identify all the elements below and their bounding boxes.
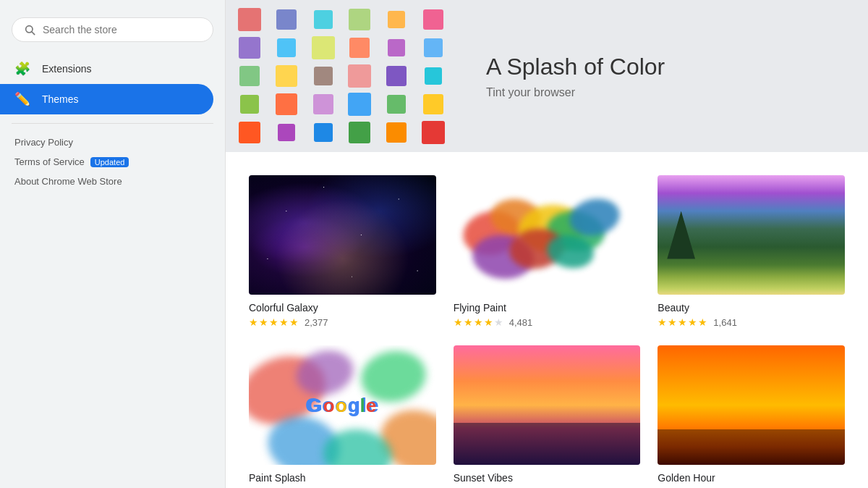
star-full: ★ [484,316,493,328]
color-tile [277,38,296,57]
color-tile [422,121,445,144]
review-count: 2,377 [305,317,328,328]
color-tile [314,123,333,142]
color-tile [240,95,259,114]
review-count: 1,641 [713,317,737,328]
theme-image: Google [249,345,436,465]
star-half: ★ [289,316,299,328]
star-full: ★ [454,316,463,328]
search-input[interactable] [43,24,201,35]
star-empty: ★ [494,316,503,328]
color-tile [276,65,297,87]
color-tile [312,36,335,59]
theme-name: Colorful Galaxy [249,302,436,314]
star-half: ★ [698,316,707,328]
sidebar-item-extensions[interactable]: 🧩 Extensions [0,54,213,84]
color-tile [423,94,443,114]
stars: ★★★★★ [658,316,707,328]
color-tile [423,9,443,30]
theme-image [454,345,641,465]
hero-text: A Splash of Color Tint your browser [457,39,868,114]
hero-banner: A Splash of Color Tint your browser [226,0,868,152]
color-tile [349,38,370,58]
privacy-policy-link[interactable]: Privacy Policy [0,132,225,152]
brush-icon: ✏️ [14,91,30,107]
terms-of-service-link[interactable]: Terms of Service Updated [0,152,225,172]
theme-image [454,175,641,295]
star-full: ★ [658,316,667,328]
updated-badge: Updated [90,157,129,167]
theme-card[interactable]: Golden Hour ★★★★★ 2,800 [649,337,854,488]
color-tile [387,95,406,114]
color-tile [349,9,370,30]
color-tile [349,122,370,143]
color-tile [348,93,371,116]
theme-name: Golden Hour [658,472,845,484]
color-tile [276,9,297,30]
theme-name: Sunset Vibes [454,472,641,484]
themes-label: Themes [42,93,79,105]
sidebar-divider [12,123,213,124]
color-tile [314,10,333,29]
theme-image [658,175,845,295]
color-tile [348,64,371,88]
stars: ★★★★★ [249,316,299,328]
star-full: ★ [269,316,278,328]
color-tile [386,122,407,143]
about-store-link[interactable]: About Chrome Web Store [0,172,225,191]
hero-title: A Splash of Color [486,54,839,80]
theme-image [249,175,436,295]
color-tile [386,66,407,86]
color-tile [239,37,260,59]
star-full: ★ [678,316,687,328]
star-full: ★ [688,316,697,328]
theme-image [658,345,845,465]
color-tile [239,66,260,86]
hero-subtitle: Tint your browser [486,86,839,99]
color-tile [278,124,295,141]
theme-card[interactable]: Beauty ★★★★★ 1,641 [649,167,854,337]
color-tile [314,67,333,85]
theme-card[interactable]: Google Paint Splash ★★★★★ 1,200 [240,337,445,488]
review-count: 4,481 [509,317,533,328]
theme-card[interactable]: Sunset Vibes ★★★★★ 3,100 [445,337,650,488]
theme-card[interactable]: Colorful Galaxy ★★★★★ 2,377 [240,167,445,337]
theme-card[interactable]: Flying Paint ★★★★★ 4,481 [445,167,650,337]
star-full: ★ [474,316,483,328]
extensions-label: Extensions [42,63,91,75]
stars: ★★★★★ [454,316,503,328]
color-tile [238,8,261,31]
color-tile [388,39,405,56]
hero-color-grid [226,0,457,152]
star-full: ★ [249,316,258,328]
theme-name: Flying Paint [454,302,641,314]
themes-grid: Colorful Galaxy ★★★★★ 2,377 Flying Paint… [226,152,868,488]
stars-row: ★★★★★ 1,641 [658,316,845,328]
color-tile [424,38,443,57]
main-content: A Splash of Color Tint your browser Colo… [226,0,868,488]
svg-line-1 [32,32,35,35]
search-icon [24,24,35,35]
color-tile [313,94,333,114]
sidebar-item-themes[interactable]: ✏️ Themes [0,84,213,114]
color-tile [276,93,297,115]
theme-name: Beauty [658,302,845,314]
search-box[interactable] [12,17,213,42]
star-full: ★ [464,316,473,328]
color-tile [388,11,405,28]
color-tile [239,122,260,143]
star-full: ★ [279,316,289,328]
stars-row: ★★★★★ 4,481 [454,316,641,328]
color-tile [425,67,442,85]
stars-row: ★★★★★ 2,377 [249,316,436,328]
star-full: ★ [668,316,677,328]
sidebar: 🧩 Extensions ✏️ Themes Privacy Policy Te… [0,0,226,488]
star-full: ★ [259,316,268,328]
theme-name: Paint Splash [249,472,436,484]
puzzle-icon: 🧩 [14,61,30,77]
